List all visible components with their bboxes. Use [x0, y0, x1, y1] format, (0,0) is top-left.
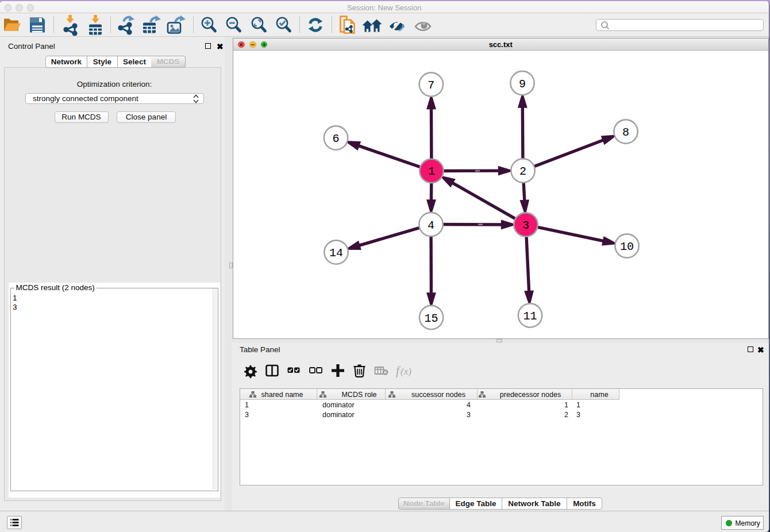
svg-text:successor nodes: successor nodes	[411, 391, 465, 399]
svg-text:9: 9	[519, 78, 526, 91]
svg-text:2: 2	[519, 165, 526, 178]
svg-text:7: 7	[428, 79, 434, 92]
svg-text:shared name: shared name	[261, 391, 303, 399]
svg-text:MCDS role: MCDS role	[341, 391, 376, 399]
svg-text:11: 11	[523, 310, 537, 323]
svg-text:8: 8	[622, 126, 629, 139]
svg-text:predecessor nodes: predecessor nodes	[500, 391, 561, 399]
svg-text:6: 6	[333, 132, 340, 145]
svg-text:1: 1	[428, 165, 435, 178]
svg-text:(x): (x)	[401, 366, 411, 377]
svg-text:3: 3	[522, 219, 529, 232]
svg-text:name: name	[590, 391, 608, 399]
svg-text:10: 10	[620, 240, 634, 253]
svg-text:4: 4	[428, 219, 434, 232]
svg-text:14: 14	[329, 246, 343, 260]
svg-text:15: 15	[425, 312, 438, 325]
